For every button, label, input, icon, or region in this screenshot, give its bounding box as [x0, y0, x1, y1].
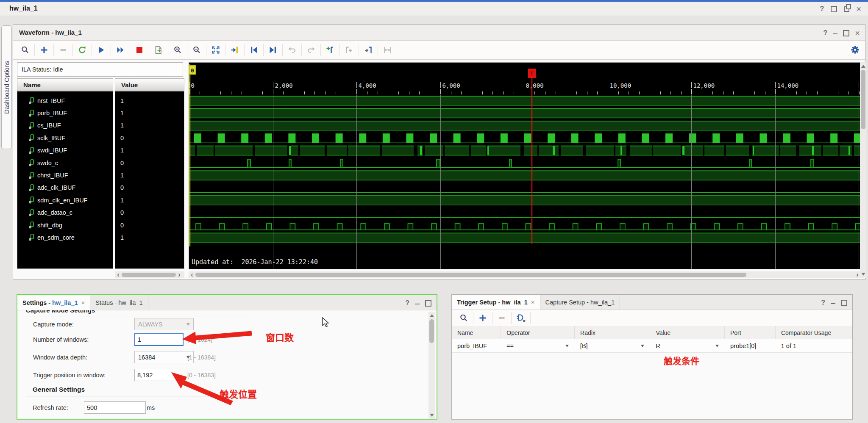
waveform-settings-gear-icon[interactable] — [850, 45, 860, 56]
signal-name-row[interactable]: adc_clk_IBUF — [17, 182, 113, 194]
zoom-out-icon[interactable] — [187, 44, 206, 56]
maximize-icon[interactable] — [841, 300, 847, 306]
remove-icon[interactable] — [492, 312, 512, 324]
scrollbar-thumb[interactable] — [429, 319, 434, 343]
window-titlebar[interactable]: hw_ila_1 ?× — [0, 2, 868, 16]
trigger-tabbar: Trigger Setup - hw_ila_1 × Capture Setup… — [452, 295, 852, 310]
waveform-plot[interactable]: 02,0004,0006,0008,00010,00012,00014,0001… — [189, 62, 860, 269]
column-header-comparator-usage[interactable]: Comparator Usage — [776, 326, 852, 339]
minimize-icon[interactable] — [415, 302, 420, 304]
maximize-icon[interactable] — [843, 30, 849, 36]
waveform-vertical-scrollbar[interactable] — [860, 62, 866, 278]
scrollbar-thumb[interactable] — [861, 70, 865, 129]
tab-settings[interactable]: Settings - hw_ila_1 × — [17, 295, 90, 310]
tab-settings-link[interactable]: hw_ila_1 — [52, 299, 78, 306]
signal-name-row[interactable]: sclk_IBUF — [17, 132, 113, 144]
trigger-table-row[interactable]: porb_IBUF==[B]Rprobe1[0]1 of 1 — [452, 339, 852, 353]
close-icon[interactable]: × — [856, 6, 861, 12]
next-window-icon[interactable] — [264, 44, 283, 56]
help-icon[interactable]: ? — [820, 5, 824, 13]
undo-view-icon[interactable] — [283, 44, 302, 56]
signal-name: chrst_IBUF — [37, 172, 68, 179]
scrollbar-thumb[interactable] — [122, 273, 176, 277]
previous-marker-icon[interactable] — [340, 44, 359, 56]
trigger-cell-operator[interactable]: == — [501, 339, 575, 352]
zoom-in-icon[interactable] — [168, 44, 187, 56]
capture-mode-select[interactable]: ALWAYS — [134, 318, 194, 330]
window-title: hw_ila_1 — [9, 5, 38, 12]
tab-trigger-setup[interactable]: Trigger Setup - hw_ila_1 × — [452, 295, 540, 310]
signal-name-row[interactable]: porb_IBUF — [17, 107, 113, 119]
ila-status-text: ILA Status: Idle — [22, 66, 63, 73]
tab-close-icon[interactable]: × — [81, 299, 85, 306]
previous-window-icon[interactable] — [245, 44, 264, 56]
signal-name-row[interactable]: en_sdm_core — [17, 231, 113, 243]
column-header-radix[interactable]: Radix — [575, 326, 650, 339]
scroll-down-icon[interactable] — [861, 273, 865, 276]
column-header-name[interactable]: Name — [452, 326, 501, 339]
signal-name-row[interactable]: cs_IBUF — [17, 119, 113, 132]
signal-name-row[interactable]: swdi_IBUF — [17, 144, 113, 157]
maximize-icon[interactable] — [831, 6, 837, 12]
trigger-cell-value[interactable]: R — [650, 339, 725, 352]
value-column-header[interactable]: Value — [115, 78, 184, 91]
tab-close-icon[interactable]: × — [531, 299, 535, 306]
zoom-fit-icon[interactable] — [206, 44, 225, 56]
signal-name-row[interactable]: sdm_clk_en_IBUF — [17, 194, 113, 206]
minimize-icon[interactable] — [833, 32, 837, 34]
signal-name-row[interactable]: chrst_IBUF — [17, 169, 113, 181]
float-icon[interactable] — [844, 6, 849, 12]
trigger-position-input[interactable]: 8,192 — [134, 369, 179, 381]
waveform-panel-header[interactable]: Waveform - hw_ila_1 ?× — [13, 25, 865, 41]
signal-name-row[interactable]: nrst_IBUF — [17, 94, 113, 107]
tab-status[interactable]: Status - hw_ila_1 — [90, 295, 148, 310]
dashboard-options-tab[interactable]: Dashboard Options — [1, 25, 12, 149]
trigger-cell-radix[interactable]: [B] — [575, 339, 651, 352]
tab-capture-setup[interactable]: Capture Setup - hw_ila_1 — [540, 295, 620, 310]
redo-view-icon[interactable] — [302, 44, 321, 56]
signal-name: porb_IBUF — [37, 110, 67, 116]
value-column-scrollbar[interactable]: ‹ › — [115, 271, 184, 278]
next-marker-icon[interactable] — [359, 44, 378, 56]
stop-trigger-icon[interactable] — [130, 44, 149, 56]
number-of-windows-input[interactable]: 1 — [134, 333, 184, 346]
help-icon[interactable]: ? — [405, 299, 409, 307]
scrollbar-thumb[interactable] — [195, 273, 746, 277]
remove-icon[interactable] — [54, 44, 73, 56]
signal-name-row[interactable]: shift_dbg — [17, 219, 113, 231]
auto-trigger-gate-icon[interactable] — [512, 312, 531, 324]
minimize-icon[interactable] — [831, 302, 835, 304]
add-icon[interactable] — [35, 44, 54, 56]
maximize-icon[interactable] — [425, 300, 431, 307]
scroll-left-icon[interactable]: ‹ — [189, 272, 195, 278]
run-trigger-immediate-icon[interactable] — [111, 44, 130, 56]
scroll-left-icon[interactable]: ‹ — [115, 272, 122, 278]
run-trigger-icon[interactable] — [92, 44, 111, 56]
name-column-header[interactable]: Name — [17, 78, 113, 91]
help-icon[interactable]: ? — [823, 29, 828, 37]
window-data-depth-select[interactable]: 16384 — [134, 351, 194, 363]
add-marker-icon[interactable] — [321, 44, 340, 56]
scroll-down-icon[interactable] — [430, 414, 434, 417]
scroll-right-icon[interactable]: › — [176, 272, 183, 278]
signal-name-row[interactable]: adc_datao_c — [17, 207, 113, 219]
search-icon[interactable] — [16, 44, 35, 56]
refresh-rate-input[interactable]: 500 — [84, 401, 146, 414]
column-header-value[interactable]: Value — [650, 326, 725, 339]
waveform-horizontal-scrollbar[interactable]: ‹ › — [189, 271, 861, 278]
column-header-operator[interactable]: Operator — [501, 326, 575, 339]
add-icon[interactable] — [473, 312, 492, 324]
swap-range-icon[interactable] — [378, 44, 397, 56]
waveform-canvas[interactable]: 02,0004,0006,0008,00010,00012,00014,0001… — [189, 63, 860, 269]
column-header-port[interactable]: Port — [725, 326, 776, 339]
signal-name-row[interactable]: swdo_c — [17, 157, 113, 169]
refresh-icon[interactable] — [73, 44, 92, 56]
close-icon[interactable]: × — [855, 30, 860, 36]
help-icon[interactable]: ? — [821, 299, 825, 307]
search-icon[interactable] — [454, 312, 473, 324]
goto-trigger-icon[interactable] — [225, 44, 245, 56]
export-data-icon[interactable] — [149, 44, 168, 56]
scroll-up-icon[interactable] — [430, 314, 434, 317]
scroll-up-icon[interactable] — [861, 65, 865, 68]
settings-scrollbar[interactable] — [428, 312, 435, 419]
